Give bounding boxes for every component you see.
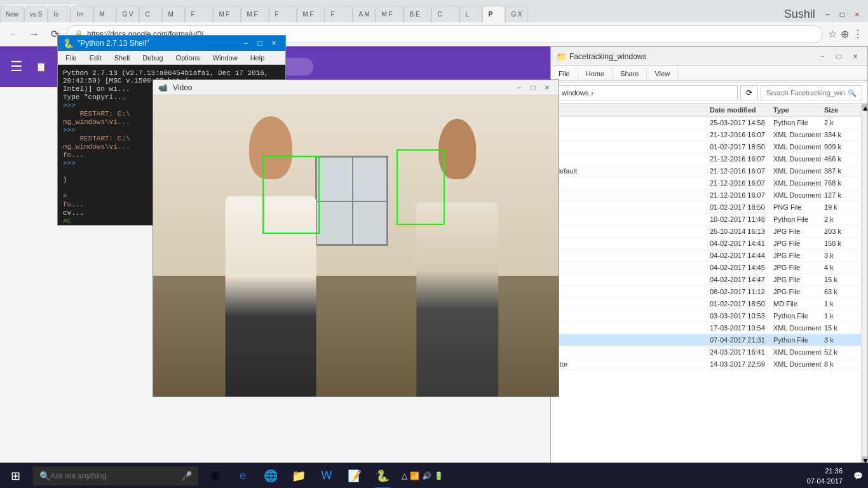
clock-date: 07-04-2017 [807,476,843,486]
user-profile[interactable]: Sushil [780,6,819,22]
fe-cell-size: 127 k [824,191,856,199]
python-maximize-button[interactable]: □ [254,37,266,50]
video-close-button[interactable]: × [541,81,553,94]
table-row[interactable]: 17-03-2017 10:54 XML Document 15 k [551,322,861,334]
minimize-button[interactable]: − [822,9,834,20]
menu-icon[interactable]: ⋮ [853,28,863,40]
python-minimize-button[interactable]: − [240,37,252,50]
taskbar-app-chrome[interactable]: 🌐 [257,463,285,489]
table-row[interactable]: 04-02-2017 14:45 JPG File 4 k [551,262,861,274]
fe-cell-date: 08-02-2017 11:12 [710,288,773,295]
table-row[interactable]: 25-10-2014 16:13 JPG File 203 k [551,226,861,238]
table-row[interactable]: 21-12-2016 16:07 XML Document 334 k [551,129,861,141]
python-menu-window[interactable]: Window [210,54,240,62]
back-button[interactable]: ← [5,25,23,43]
fe-cell-size: 4 k [824,264,856,271]
taskbar-app-ie[interactable]: e [229,463,257,489]
forward-button[interactable]: → [25,25,43,43]
table-row[interactable]: 07-04-2017 21:31 Python File 3 k [551,334,861,346]
file-explorer-controls: − □ × [815,50,862,64]
hamburger-icon[interactable]: ☰ [10,58,23,75]
python-menu-options[interactable]: Options [173,54,203,62]
notification-button[interactable]: 💬 [848,463,868,489]
fe-refresh-button[interactable]: ⟳ [740,85,758,100]
fe-tab-home[interactable]: Home [578,67,613,80]
python-menubar: File Edit Shell Debug Options Window Hel… [58,51,285,65]
fe-path-bar[interactable]: windows › [556,85,738,100]
python-menu-help[interactable]: Help [248,54,268,62]
taskbar-app-notepad[interactable]: 📝 [341,463,369,489]
fe-tab-file[interactable]: File [551,67,578,80]
python-close-button[interactable]: × [268,37,280,50]
taskbar-app-explorer[interactable]: 📁 [285,463,313,489]
fe-tab-view[interactable]: View [647,67,678,80]
network-icon[interactable]: 📶 [410,471,419,480]
table-row[interactable]: 04-02-2017 14:44 JPG File 3 k [551,250,861,262]
fe-cell-type: JPG File [773,240,824,247]
table-row[interactable]: 03-03-2017 10:53 Python File 1 k [551,310,861,322]
microphone-icon[interactable]: 🎤 [181,471,192,481]
fe-tab-share[interactable]: Share [613,67,647,80]
python-shell-titlebar: 🐍 "Python 2.7.13 Shell" − □ × [58,36,285,51]
table-row[interactable]: default 21-12-2016 16:07 XML Document 38… [551,165,861,177]
table-row[interactable]: 21-12-2016 16:07 XML Document 768 k [551,177,861,189]
clock-time: 21:36 [825,466,843,476]
python-menu-edit[interactable]: Edit [87,54,104,62]
table-row[interactable]: ctor 14-03-2017 22:59 XML Document 8 k [551,358,861,370]
taskbar-search[interactable]: 🔍 🎤 [33,466,198,485]
python-menu-debug[interactable]: Debug [140,54,165,62]
close-button[interactable]: × [851,9,863,20]
volume-icon[interactable]: 🔊 [422,471,431,480]
person2-body [416,202,498,396]
fe-cell-date: 21-12-2016 16:07 [710,191,773,199]
fe-minimize-button[interactable]: − [815,50,829,64]
fe-ribbon: File Home Share View [551,66,867,83]
table-row[interactable]: 25-03-2017 14:58 Python File 2 k [551,117,861,129]
fe-cell-type: Python File [773,119,824,126]
fe-search-input[interactable] [766,89,845,97]
table-row[interactable]: 04-02-2017 14:47 JPG File 15 k [551,274,861,286]
scrollbar-up[interactable]: ▲ [862,104,867,111]
taskbar-search-input[interactable] [50,471,176,480]
fe-cell-date: 04-02-2017 14:47 [710,276,773,283]
table-row[interactable]: 01-02-2017 18:50 PNG File 19 k [551,201,861,214]
video-titlebar: 📹 Video − □ × [153,80,559,95]
start-button[interactable]: ⊞ [0,463,31,489]
taskbar-arrow-icon[interactable]: △ [402,471,407,480]
face-detection-box-2 [397,149,445,225]
maximize-button[interactable]: □ [836,9,848,20]
taskbar-app-python[interactable]: 🐍 [369,463,397,489]
table-row[interactable]: 01-02-2017 18:50 MD File 1 k [551,298,861,310]
fe-cell-size: 63 k [824,288,856,295]
table-row[interactable]: 04-02-2017 14:41 JPG File 158 k [551,238,861,250]
taskbar-app-word[interactable]: W [313,463,341,489]
scrollbar[interactable]: ▲ ▼ [861,104,867,464]
fe-cell-date: 21-12-2016 16:07 [710,131,773,139]
ie-icon: e [240,469,246,482]
fe-cell-date: 17-03-2017 10:54 [710,324,773,332]
python-menu-file[interactable]: File [63,54,79,62]
fe-cell-type: XML Document [773,143,824,151]
python-menu-shell[interactable]: Shell [112,54,132,62]
fe-close-button[interactable]: × [848,50,862,64]
taskbar: ⊞ 🔍 🎤 ⊕ e 🌐 📁 W 📝 🐍 △ 📶 🔊 🔋 [0,463,868,488]
fe-maximize-button[interactable]: □ [832,50,846,64]
table-row[interactable]: 21-12-2016 16:07 XML Document 127 k [551,189,861,201]
table-row[interactable]: 10-02-2017 11:48 Python File 2 k [551,214,861,226]
taskbar-clock[interactable]: 21:36 07-04-2017 [807,466,848,486]
fe-cell-size: 768 k [824,179,856,187]
video-maximize-button[interactable]: □ [527,81,539,94]
table-row[interactable]: 24-03-2017 16:41 XML Document 52 k [551,346,861,358]
video-minimize-button[interactable]: − [513,81,526,94]
taskbar-systray: △ 📶 🔊 🔋 [397,471,449,480]
table-row[interactable]: 21-12-2016 16:07 XML Document 466 k [551,153,861,165]
fe-cell-date: 21-12-2016 16:07 [710,179,773,187]
extension-icon[interactable]: ⊕ [841,28,849,40]
bookmark-icon[interactable]: ☆ [828,28,837,40]
table-row[interactable]: 08-02-2017 11:12 JPG File 63 k [551,286,861,298]
taskbar-app-cortana[interactable]: ⊕ [201,463,229,489]
fe-content: Date modified Type Size 25-03-2017 14:58… [551,104,867,464]
fe-search-box[interactable]: 🔍 [761,85,862,100]
table-row[interactable]: 01-02-2017 18:50 XML Document 909 k [551,141,861,153]
fe-cell-size: 3 k [824,252,856,259]
